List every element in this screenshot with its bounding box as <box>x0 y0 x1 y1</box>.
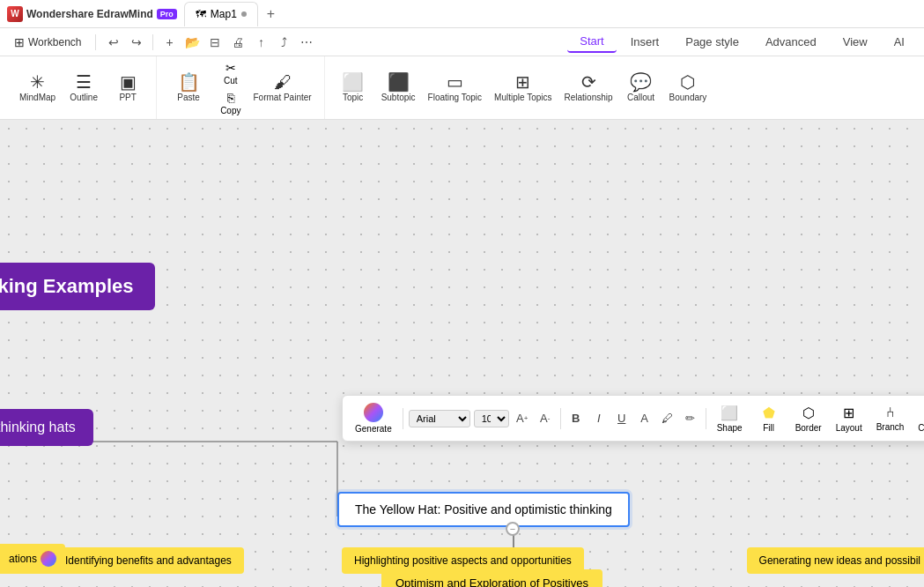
fill-icon: ⬟ <box>763 405 775 421</box>
separator2 <box>152 34 153 50</box>
topic-icon: ⬜ <box>342 73 364 91</box>
generate-button[interactable]: Generate <box>350 401 397 435</box>
menu-bar: ⊞ Workbench ↩ ↪ + 📂 ⊟ 🖨 ↑ ⤴ ⋯ Start Inse… <box>0 28 924 56</box>
nav-tabs: Start Insert Page style Advanced View AI <box>567 31 917 53</box>
branch-icon: ⑃ <box>886 405 895 420</box>
new-button[interactable]: + <box>159 32 180 53</box>
callout-icon: 💬 <box>630 73 652 91</box>
relationship-button[interactable]: ⟳ Relationship <box>559 62 618 115</box>
app-logo-icon: W <box>7 6 23 22</box>
italic-button[interactable]: I <box>589 409 609 428</box>
layout-icon: ⊞ <box>843 405 854 421</box>
underline-button[interactable]: U <box>612 409 632 428</box>
ribbon-group-clipboard: 📋 Paste ✂ Cut ⎘ Copy 🖌 Format Painter <box>157 56 325 119</box>
tab-insert[interactable]: Insert <box>618 32 672 52</box>
collapse-button[interactable]: − <box>506 522 520 536</box>
font-color-button[interactable]: A <box>635 409 654 428</box>
multiple-topics-button[interactable]: ⊞ Multiple Topics <box>489 62 557 115</box>
fill-button[interactable]: ⬟ Fill <box>751 403 787 435</box>
ribbon-group-insert: ⬜ Topic ⬛ Subtopic ▭ Floating Topic ⊞ Mu… <box>325 56 720 119</box>
ribbon: ✳ MindMap ☰ Outline ▣ PPT 📋 Paste ✂ Cut … <box>0 56 924 120</box>
ribbon-group-view: ✳ MindMap ☰ Outline ▣ PPT <box>7 56 157 119</box>
boundary-icon: ⬡ <box>680 73 695 91</box>
floating-topic-button[interactable]: ▭ Floating Topic <box>423 62 488 115</box>
connector-button[interactable]: ⊸ Connector <box>913 403 924 435</box>
tab-page-style[interactable]: Page style <box>673 32 751 52</box>
cut-button[interactable]: ✂ Cut <box>215 59 246 87</box>
export-button[interactable]: ↑ <box>250 32 271 53</box>
boundary-button[interactable]: ⬡ Boundary <box>664 62 713 115</box>
copy-icon: ⎘ <box>227 91 234 105</box>
floating-topic-icon: ▭ <box>447 73 463 91</box>
font-size-increase-button[interactable]: A+ <box>513 409 532 428</box>
footer-label: ations <box>0 544 65 574</box>
tab-view[interactable]: View <box>831 32 880 52</box>
template-button[interactable]: ⊟ <box>204 32 225 53</box>
main-area: nking Examples ix thinking hats Generate… <box>0 120 924 587</box>
font-size-select[interactable]: 10 <box>474 410 509 427</box>
subtopic-icon: ⬛ <box>388 73 410 91</box>
format-painter-icon: 🖌 <box>274 73 292 91</box>
redo-button[interactable]: ↪ <box>126 32 147 53</box>
workbench-button[interactable]: ⊞ Workbench <box>7 33 88 52</box>
tab-dot <box>241 11 247 17</box>
open-button[interactable]: 📂 <box>181 32 203 53</box>
branch-button[interactable]: ⑃ Branch <box>871 403 910 434</box>
border-icon: ⬡ <box>802 405 815 421</box>
tab-map1[interactable]: 🗺 Map1 <box>184 2 258 26</box>
selected-topic-node[interactable]: The Yellow Hat: Positive and optimistic … <box>337 492 630 527</box>
bottom-node-2[interactable]: Highlighting positive aspects and opport… <box>342 547 584 574</box>
app-name: Wondershare EdrawMind <box>26 8 153 20</box>
title-bar: W Wondershare EdrawMind Pro 🗺 Map1 + <box>0 0 924 28</box>
toolbar-icons: ↩ ↪ + 📂 ⊟ 🖨 ↑ ⤴ ⋯ <box>103 32 317 53</box>
subtopic-button[interactable]: ⬛ Subtopic <box>376 62 421 115</box>
share-button[interactable]: ⤴ <box>273 32 294 53</box>
float-toolbar: Generate Arial 10 A+ A- B I U A 🖊 ✏ ⬜ Sh… <box>342 395 924 442</box>
layout-button[interactable]: ⊞ Layout <box>831 403 868 435</box>
mindmap-button[interactable]: ✳ MindMap <box>14 62 61 115</box>
multiple-topics-icon: ⊞ <box>515 73 530 91</box>
canvas[interactable]: nking Examples ix thinking hats Generate… <box>0 120 924 587</box>
bottom-node-3[interactable]: Generating new ideas and possibil <box>747 547 924 574</box>
ppt-icon: ▣ <box>120 73 137 91</box>
outline-icon: ☰ <box>76 73 92 91</box>
paste-button[interactable]: 📋 Paste <box>164 62 213 115</box>
bottom-node-1[interactable]: Identifying benefits and advantages <box>53 547 244 574</box>
ppt-button[interactable]: ▣ PPT <box>107 62 149 115</box>
paste-icon: 📋 <box>178 73 200 91</box>
mindmap-icon: ✳ <box>30 73 45 91</box>
outline-button[interactable]: ☰ Outline <box>63 62 105 115</box>
shape-icon: ⬜ <box>721 405 738 421</box>
generate-icon <box>364 403 383 422</box>
main-topic[interactable]: nking Examples <box>0 263 155 310</box>
highlight-button[interactable]: 🖊 <box>658 409 677 428</box>
shape-button[interactable]: ⬜ Shape <box>712 403 748 435</box>
footer-icon <box>41 551 56 567</box>
undo-button[interactable]: ↩ <box>103 32 124 53</box>
ft-separator3 <box>706 408 706 429</box>
cut-icon: ✂ <box>225 61 236 75</box>
topic-button[interactable]: ⬜ Topic <box>332 62 374 115</box>
ft-separator2 <box>560 408 561 429</box>
app-logo: W Wondershare EdrawMind Pro <box>7 6 177 22</box>
print-button[interactable]: 🖨 <box>227 32 248 53</box>
tab-bar: 🗺 Map1 + <box>184 2 282 26</box>
font-size-decrease-button[interactable]: A- <box>536 409 555 428</box>
bold-button[interactable]: B <box>566 409 586 428</box>
tab-ai[interactable]: AI <box>882 32 917 52</box>
callout-button[interactable]: 💬 Callout <box>620 62 662 115</box>
font-select[interactable]: Arial <box>409 410 470 427</box>
eraser-button[interactable]: ✏ <box>681 409 700 428</box>
relationship-icon: ⟳ <box>581 73 596 91</box>
ft-separator1 <box>403 408 403 429</box>
tab-advanced[interactable]: Advanced <box>753 32 829 52</box>
more-tools-button[interactable]: ⋯ <box>296 32 317 53</box>
format-painter-button[interactable]: 🖌 Format Painter <box>248 62 317 115</box>
border-button[interactable]: ⬡ Border <box>790 403 827 435</box>
copy-button[interactable]: ⎘ Copy <box>215 89 246 117</box>
sub-topic[interactable]: ix thinking hats <box>0 409 93 446</box>
add-tab-button[interactable]: + <box>260 3 282 26</box>
pro-badge: Pro <box>157 9 177 19</box>
tab-start[interactable]: Start <box>567 31 616 53</box>
separator <box>95 34 96 50</box>
